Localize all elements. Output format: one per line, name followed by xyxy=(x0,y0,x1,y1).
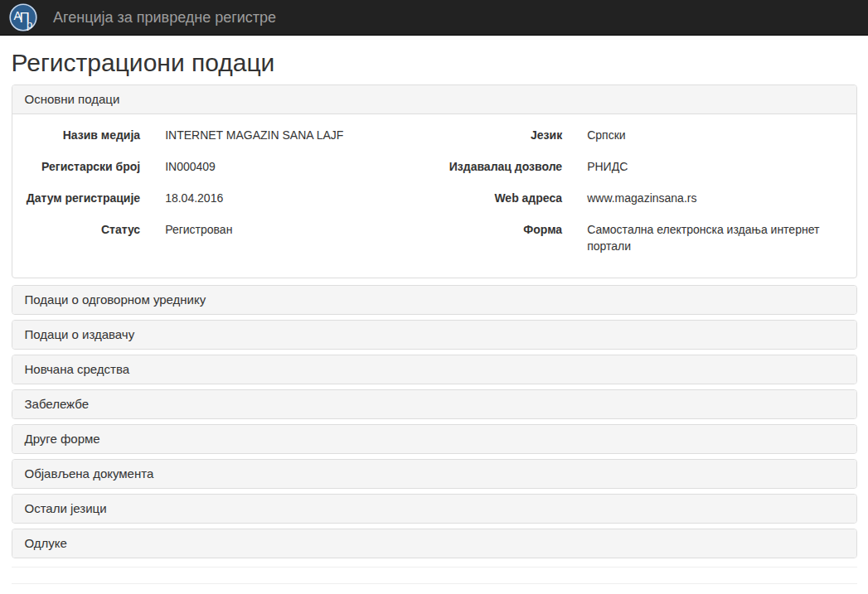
divider xyxy=(12,567,857,567)
basic-data-right-column: Језик Српски Издавалац дозволе РНИДС Web… xyxy=(434,127,856,269)
accordion: Подаци о одговорном уреднику Подаци о из… xyxy=(12,285,857,558)
main-container: Регистрациони подаци Основни подаци Нази… xyxy=(12,49,857,594)
basic-data-left-column: Назив медија INTERNET MAGAZIN SANA LAJF … xyxy=(12,127,434,269)
panel-basic-data: Основни подаци Назив медија INTERNET MAG… xyxy=(12,85,857,278)
field-label: Језик xyxy=(434,127,575,143)
field-label: Статус xyxy=(12,221,153,238)
field-value: INTERNET MAGAZIN SANA LAJF xyxy=(153,127,434,143)
panel-funds: Новчана средства xyxy=(12,355,857,384)
field-registry-number: Регистарски број IN000409 xyxy=(12,158,434,175)
navbar-brand-text: Агенција за привредне регистре xyxy=(53,9,276,26)
panel-other-forms: Друге форме xyxy=(12,424,857,454)
field-web-address: Web адреса www.magazinsana.rs xyxy=(434,190,856,206)
accordion-header-publisher[interactable]: Подаци о издавачу xyxy=(12,321,856,349)
field-label: Регистарски број xyxy=(12,158,153,175)
panel-responsible-editor: Подаци о одговорном уреднику xyxy=(12,285,857,315)
panel-other-languages: Остали језици xyxy=(12,494,857,524)
field-value: Самостална електронска издања интернет п… xyxy=(575,221,856,254)
field-label: Назив медија xyxy=(12,127,153,143)
field-label: Издавалац дозволе xyxy=(434,158,575,175)
apr-logo-icon: А П р xyxy=(8,2,38,32)
field-label: Форма xyxy=(434,221,575,254)
field-label: Web адреса xyxy=(434,190,575,206)
accordion-header-decisions[interactable]: Одлуке xyxy=(12,529,856,558)
field-language: Језик Српски xyxy=(434,127,856,143)
panel-notes: Забележбе xyxy=(12,389,857,419)
field-status: Статус Регистрован xyxy=(12,221,434,238)
accordion-header-published-documents[interactable]: Објављена документа xyxy=(12,460,856,488)
panel-decisions: Одлуке xyxy=(12,529,857,558)
field-value: Српски xyxy=(575,127,856,143)
divider xyxy=(12,583,857,584)
web-address-value: www.magazinsana.rs xyxy=(575,190,856,206)
navbar: А П р Агенција за привредне регистре xyxy=(0,0,868,36)
accordion-header-notes[interactable]: Забележбе xyxy=(12,390,856,418)
panel-publisher: Подаци о издавачу xyxy=(12,320,857,350)
field-form: Форма Самостална електронска издања инте… xyxy=(434,221,856,254)
field-media-name: Назив медија INTERNET MAGAZIN SANA LAJF xyxy=(12,127,434,143)
panel-basic-data-body: Назив медија INTERNET MAGAZIN SANA LAJF … xyxy=(12,114,856,278)
status-value: Регистрован xyxy=(153,221,434,238)
field-registration-date: Датум регистрације 18.04.2016 xyxy=(12,190,434,206)
panel-basic-data-header[interactable]: Основни подаци xyxy=(12,85,856,114)
accordion-header-other-languages[interactable]: Остали језици xyxy=(12,495,856,523)
accordion-header-funds[interactable]: Новчана средства xyxy=(12,355,856,384)
accordion-header-other-forms[interactable]: Друге форме xyxy=(12,425,856,453)
accordion-header-responsible-editor[interactable]: Подаци о одговорном уреднику xyxy=(12,286,856,314)
navbar-brand-link[interactable]: А П р Агенција за привредне регистре xyxy=(8,2,276,32)
panel-published-documents: Објављена документа xyxy=(12,459,857,489)
field-license-issuer: Издавалац дозволе РНИДС xyxy=(434,158,856,175)
field-value: IN000409 xyxy=(153,158,434,175)
logo-letter-r: р xyxy=(27,18,32,31)
field-value: 18.04.2016 xyxy=(153,190,434,206)
field-label: Датум регистрације xyxy=(12,190,153,206)
page-title: Регистрациони подаци xyxy=(12,49,857,76)
field-value: РНИДС xyxy=(575,158,856,175)
